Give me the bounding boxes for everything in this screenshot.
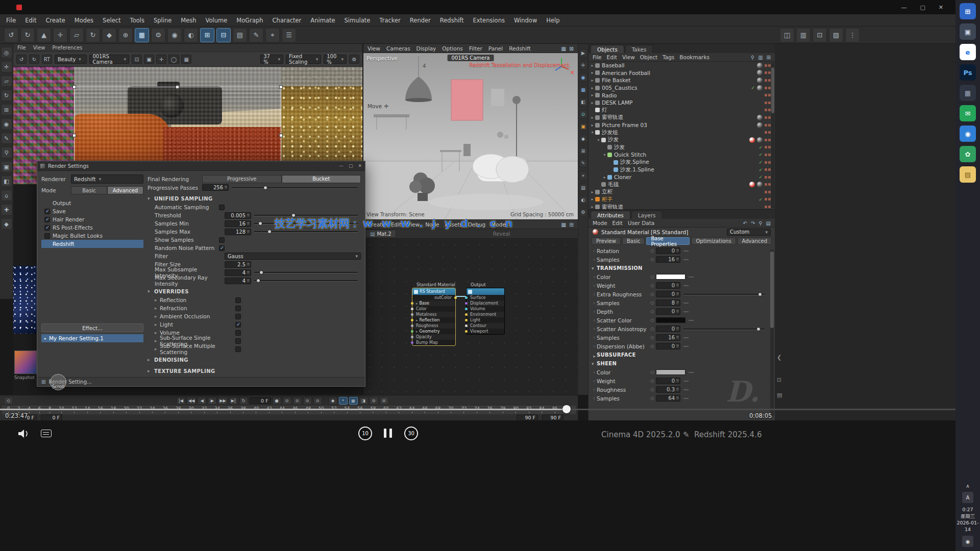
side-palette-icon[interactable]: ◉ xyxy=(579,73,587,82)
toolbar-icon[interactable]: ✛ xyxy=(53,28,67,42)
keyframe-dot[interactable]: ○ xyxy=(649,335,656,340)
toolbar-icon[interactable]: ⊟ xyxy=(216,28,231,42)
camera-select[interactable]: 001RS Camera xyxy=(89,55,129,64)
side-palette-icon[interactable]: ▤ xyxy=(579,184,587,192)
menu-item[interactable]: Modes xyxy=(75,17,93,24)
dialog-titlebar[interactable]: Render Settings — ▢ ✕ xyxy=(37,161,365,171)
attribute-menu-item[interactable]: Mode xyxy=(593,220,607,226)
value-field[interactable]: 0 xyxy=(656,282,680,289)
hidden-icons-chevron[interactable]: ∧ xyxy=(966,483,969,489)
object-row[interactable]: ▾ Quick Stitch ✓ xyxy=(589,151,771,159)
object-row[interactable]: ▸ American Football ✓ xyxy=(589,69,771,77)
object-row[interactable]: 沙发.Spline ✓ xyxy=(589,159,771,166)
setting-value-field[interactable]: 16 xyxy=(225,220,251,227)
mini-slider[interactable] xyxy=(689,320,694,321)
setting-select[interactable]: Gauss xyxy=(225,253,361,260)
section-caret-icon[interactable]: ▾ xyxy=(592,353,597,358)
object-row[interactable]: ▸ 柜子 ✓ xyxy=(589,196,771,204)
toolbar-icon[interactable]: ▱ xyxy=(69,28,84,42)
passes-slider[interactable] xyxy=(232,185,358,191)
output-node[interactable]: Output Surface Displacement xyxy=(466,288,505,335)
settings-category-row[interactable]: Redshift xyxy=(41,240,143,248)
keyframe-dot[interactable]: ○ xyxy=(649,257,656,262)
setting-slider[interactable] xyxy=(254,269,358,276)
attribute-menu-item[interactable]: Edit xyxy=(612,220,623,226)
dock-icon[interactable]: ▤ xyxy=(777,392,782,398)
setting-value-field[interactable]: 4 xyxy=(225,278,251,284)
settings-category-row[interactable]: Output xyxy=(41,199,143,207)
override-checkbox[interactable] xyxy=(235,314,241,319)
palette-tool-icon[interactable]: ▣ xyxy=(1,161,12,172)
setting-value-field[interactable]: 0.005 xyxy=(225,212,251,219)
render-preset-row[interactable]: ▸ My Render Setting.1 xyxy=(41,334,143,342)
expander-icon[interactable]: ▸ xyxy=(155,297,160,303)
taskbar-app-icon[interactable]: ◉ xyxy=(960,126,976,142)
expander-icon[interactable]: ▾ xyxy=(602,153,607,157)
object-row[interactable]: ▸ File Basket ✓ xyxy=(589,77,771,84)
toolbar-icon[interactable]: ◉ xyxy=(167,28,182,42)
keyframe-dot[interactable]: ○ xyxy=(649,248,656,253)
toolbar-icon[interactable]: ◐ xyxy=(184,28,198,42)
menu-item[interactable]: Spline xyxy=(154,17,172,24)
node-port-row[interactable]: Geometry xyxy=(412,329,455,334)
node-header[interactable] xyxy=(467,288,504,295)
mini-slider[interactable] xyxy=(683,346,689,347)
port-dot[interactable] xyxy=(465,296,468,299)
menu-item[interactable]: Character xyxy=(273,17,302,24)
palette-tool-icon[interactable]: ⊞ xyxy=(1,104,12,115)
texture-thumb[interactable] xyxy=(757,182,763,187)
property-tab[interactable]: Optimizations xyxy=(691,237,736,245)
keying-button[interactable]: ◆ xyxy=(329,397,337,405)
setting-checkbox[interactable] xyxy=(219,205,225,210)
texture-thumb[interactable] xyxy=(757,137,763,143)
mode-button[interactable]: Basic xyxy=(71,186,107,194)
undo-icon[interactable]: ↺ xyxy=(16,55,27,64)
override-checkbox[interactable] xyxy=(235,338,241,344)
render-view-tool-icon[interactable]: ⊡ xyxy=(132,55,142,64)
taskbar-app-icon[interactable]: ▣ xyxy=(960,23,976,40)
object-row[interactable]: 毛毯 ✓ xyxy=(589,181,771,189)
scaling-select[interactable]: Fixed Scaling xyxy=(286,55,321,64)
render-view-tool-icon[interactable]: ◯ xyxy=(168,55,179,64)
setting-checkbox[interactable] xyxy=(219,237,225,243)
mini-slider[interactable] xyxy=(689,277,694,278)
texture-thumb[interactable] xyxy=(757,78,763,83)
node-port-row[interactable]: Contour xyxy=(467,323,504,329)
toolbar-icon[interactable]: ✎ xyxy=(249,28,263,42)
visibility-dots[interactable] xyxy=(765,102,771,104)
side-palette-icon[interactable]: ✛ xyxy=(579,61,587,69)
visibility-dots[interactable] xyxy=(765,176,771,179)
volume-icon[interactable] xyxy=(17,429,30,440)
object-row[interactable]: ▸ 005_Caustics ✓ xyxy=(589,84,771,92)
expander-icon[interactable]: ▸ xyxy=(155,346,160,352)
texture-thumb[interactable] xyxy=(757,85,763,91)
notification-icon[interactable]: ◉ xyxy=(962,536,973,547)
menu-item[interactable]: Tracker xyxy=(379,17,401,24)
viewport-panel-icon[interactable]: ▦ xyxy=(561,45,566,52)
transport-button[interactable]: |◀ xyxy=(177,397,185,405)
layout-icon[interactable]: ▨ xyxy=(829,28,843,42)
expander-icon[interactable]: ▸ xyxy=(155,338,160,343)
material-tab[interactable]: ▤ Mat.2 xyxy=(365,230,396,238)
object-row[interactable]: 灯 ✓ xyxy=(589,107,771,114)
menu-item[interactable]: Select xyxy=(103,17,120,24)
object-list-scrollbar[interactable] xyxy=(771,62,774,208)
node-port-row[interactable]: Surface xyxy=(467,295,504,300)
dialog-minimize-button[interactable]: — xyxy=(339,163,344,168)
palette-tool-icon[interactable]: ✛ xyxy=(1,61,12,72)
side-palette-icon[interactable]: ⊞ xyxy=(579,147,587,155)
node-editor-panel-icon[interactable]: ▦ xyxy=(561,221,566,228)
viewport-canvas[interactable]: Perspective 001RS Camera Redshift.Tessel… xyxy=(363,53,578,219)
visibility-dots[interactable] xyxy=(765,139,771,141)
value-field[interactable]: 0.3 xyxy=(656,386,680,393)
toolbar-icon[interactable]: ☰ xyxy=(282,28,296,42)
section-overrides[interactable]: ▾ OVERRIDES xyxy=(148,287,361,296)
toolbar-icon[interactable]: ▲ xyxy=(37,28,51,42)
object-manager-icon[interactable]: ▥ xyxy=(758,55,763,60)
texture-thumb[interactable] xyxy=(757,63,763,68)
object-row[interactable]: ▸ Cloner ✓ xyxy=(589,173,771,181)
value-field[interactable]: 0 xyxy=(656,247,680,254)
palette-tool-icon[interactable]: ✚ xyxy=(1,204,12,215)
color-swatch[interactable] xyxy=(656,274,685,280)
expander-icon[interactable]: ▸ xyxy=(590,63,595,68)
